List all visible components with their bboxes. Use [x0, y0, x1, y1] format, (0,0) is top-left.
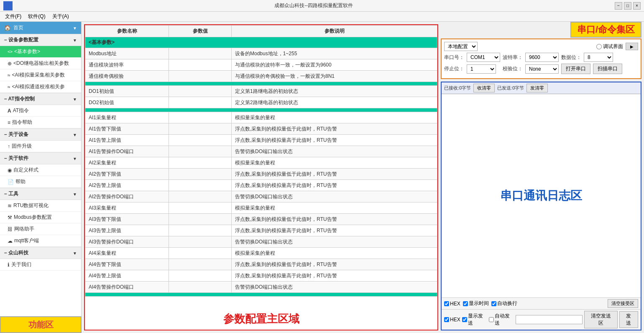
- sidebar-group-zhongshan[interactable]: – 众山科技: [0, 247, 81, 259]
- close-button[interactable]: ×: [633, 2, 641, 10]
- auto-wrap-check[interactable]: [491, 301, 496, 306]
- sidebar-item-ai-sample[interactable]: ≈ <AI模拟量采集相关参数: [0, 69, 81, 81]
- menu-file[interactable]: 文件(F): [2, 12, 25, 21]
- show-time-label[interactable]: 显示时间: [463, 300, 489, 307]
- sidebar-item-at-cmd[interactable]: A AT指令: [0, 105, 81, 117]
- param-value[interactable]: [169, 214, 232, 225]
- serial-row-1: 本地配置 (Serial) 调试界面 ▶: [444, 42, 638, 51]
- param-value[interactable]: [169, 123, 232, 135]
- sidebar-item-basic-params[interactable]: <> <基本参数>: [0, 46, 81, 58]
- param-value[interactable]: [169, 86, 232, 97]
- debug-radio[interactable]: [596, 44, 602, 49]
- parity-select[interactable]: NoneOddEven: [525, 64, 559, 74]
- sidebar-item-cmd-help[interactable]: ≡ 指令帮助: [0, 117, 81, 128]
- port-select[interactable]: COM1COM2COM3COM4: [467, 53, 500, 62]
- hex-receive-label[interactable]: HEX: [444, 301, 460, 307]
- param-value[interactable]: [169, 169, 232, 180]
- sidebar-group-device-params[interactable]: – 设备参数配置: [0, 34, 81, 46]
- hex-send-check[interactable]: [444, 317, 449, 322]
- param-value[interactable]: [169, 248, 232, 259]
- sidebar-group-tools[interactable]: – 工具: [0, 188, 81, 200]
- basic-params-icon: <>: [8, 49, 13, 54]
- maximize-button[interactable]: □: [624, 2, 631, 10]
- open-port-button[interactable]: 打开串口: [561, 64, 590, 74]
- param-name: AI1告警上限值: [85, 135, 169, 146]
- param-value[interactable]: [169, 191, 232, 202]
- param-value[interactable]: [169, 112, 232, 123]
- debug-radio-label[interactable]: 调试界面: [596, 43, 623, 50]
- sidebar-group-about-device[interactable]: – 关于设备: [0, 128, 81, 141]
- sidebar-item-basic-params-label: <基本参数>: [14, 48, 40, 55]
- params-section-row: [85, 108, 437, 112]
- cmd-help-icon: ≡: [8, 120, 10, 126]
- minimize-button[interactable]: −: [615, 2, 622, 10]
- param-value[interactable]: [169, 259, 232, 270]
- local-config-select[interactable]: 本地配置 (Serial): [444, 42, 478, 51]
- databits-select[interactable]: 87: [584, 53, 613, 62]
- show-time-check[interactable]: [463, 301, 468, 306]
- menu-about[interactable]: 关于(A): [49, 12, 72, 21]
- show-send-label[interactable]: 显示发送: [462, 313, 487, 327]
- sidebar-item-mqtt[interactable]: ☁ mqtt客户端: [0, 235, 81, 247]
- menu-software[interactable]: 软件(Q): [25, 12, 49, 21]
- param-value[interactable]: [169, 157, 232, 169]
- serial-row-3: 停止位： 12 校验位： NoneOddEven 打开串口 扫描串口: [444, 64, 638, 74]
- param-value[interactable]: [169, 202, 232, 214]
- sidebar-item-do-relay[interactable]: ⊕ <DO继电器输出相关参数: [0, 58, 81, 69]
- param-value[interactable]: [169, 135, 232, 146]
- param-value[interactable]: [169, 71, 232, 82]
- sidebar-group-about-software[interactable]: – 关于软件: [0, 152, 81, 164]
- param-value[interactable]: [169, 97, 232, 108]
- send-input[interactable]: [516, 315, 583, 324]
- auto-wrap-label[interactable]: 自动换行: [491, 300, 517, 307]
- sidebar-item-help[interactable]: 📄 帮助: [0, 176, 81, 188]
- right-panel: 串口/命令集区 本地配置 (Serial) 调试界面 ▶ 串口号：: [441, 24, 641, 330]
- extra-btn[interactable]: ▶: [626, 43, 638, 50]
- content-area: 参数名称 参数值 参数说明 <基本参数> Modbus地址 设备的Modbus地…: [82, 22, 644, 333]
- about-us-icon: ℹ: [8, 262, 10, 268]
- sidebar-item-net-helper[interactable]: ⛓ 网络助手: [0, 223, 81, 235]
- param-value[interactable]: [169, 270, 232, 282]
- sidebar-item-rtu[interactable]: ≋ RTU数据可视化: [0, 200, 81, 212]
- sidebar-item-modbus-config[interactable]: ⚒ Modbus参数配置: [0, 212, 81, 223]
- auto-send-check[interactable]: [489, 317, 494, 322]
- scan-port-button[interactable]: 扫描串口: [593, 64, 622, 74]
- param-value[interactable]: [169, 146, 232, 157]
- auto-send-label[interactable]: 自动发送: [489, 313, 514, 327]
- sidebar-group-at[interactable]: – AT指令控制: [0, 93, 81, 105]
- at-expand-icon: [73, 96, 77, 102]
- param-value[interactable]: [169, 236, 232, 248]
- param-value[interactable]: [169, 225, 232, 236]
- param-value[interactable]: [169, 282, 232, 293]
- sidebar-item-firmware[interactable]: ↑ 固件升级: [0, 141, 81, 152]
- sidebar-home[interactable]: 首页: [0, 22, 81, 34]
- clear-receive-button[interactable]: 清空接受区: [608, 299, 638, 308]
- clear-send-button[interactable]: 清空发送区: [584, 311, 618, 328]
- table-row: AI1告警下限值 浮点数,采集到的模拟量低于此值时，RTU告警: [85, 123, 437, 135]
- section-name: [85, 108, 437, 112]
- show-send-check[interactable]: [462, 317, 467, 322]
- hex-receive-check[interactable]: [444, 301, 449, 306]
- sidebar-item-do-relay-label: <DO继电器输出相关参数: [13, 60, 69, 67]
- param-value[interactable]: [169, 180, 232, 191]
- param-value[interactable]: [169, 59, 232, 71]
- log-content: 串口通讯日志区: [442, 94, 641, 297]
- tx-clear-button[interactable]: 发清零: [526, 84, 548, 92]
- rx-clear-button[interactable]: 收清零: [473, 84, 495, 92]
- stopbits-select[interactable]: 12: [467, 64, 496, 74]
- sidebar-item-about-us[interactable]: ℹ 关于我们: [0, 259, 81, 271]
- baud-select[interactable]: 960048001920038400115200: [525, 53, 559, 62]
- hex-send-label[interactable]: HEX: [444, 317, 460, 323]
- sidebar-item-ai-calib[interactable]: ≈ <AI模拟通道校准相关参: [0, 81, 81, 93]
- title-bar-left: [3, 1, 13, 10]
- table-row: AI1告警操作DO端口 告警切换DO端口输出状态: [85, 146, 437, 157]
- params-area: 参数名称 参数值 参数说明 <基本参数> Modbus地址 设备的Modbus地…: [84, 24, 438, 330]
- table-row: AI3告警上限值 浮点数,采集到的模拟量高于此值时，RTU告警: [85, 225, 437, 236]
- param-value[interactable]: [169, 48, 232, 59]
- title-bar-controls[interactable]: − □ ×: [615, 2, 641, 10]
- param-name: AI4告警下限值: [85, 259, 169, 270]
- send-button[interactable]: 发送: [619, 311, 638, 328]
- sidebar-item-custom-style[interactable]: ◉ 自定义样式: [0, 164, 81, 176]
- table-row: AI4告警操作DO端口 告警切换DO端口输出状态: [85, 282, 437, 293]
- sidebar-item-net-label: 网络助手: [14, 225, 34, 233]
